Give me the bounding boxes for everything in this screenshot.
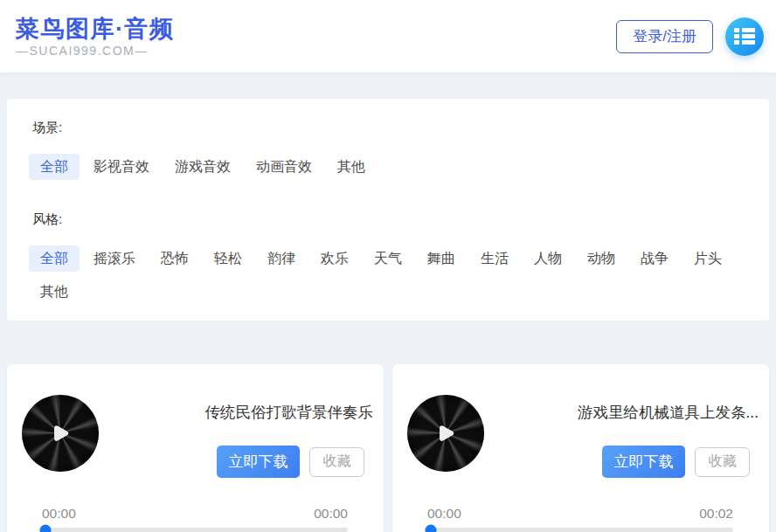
audio-actions: 立即下载 收藏 <box>217 446 364 478</box>
page: 菜鸟图库·音频 —SUCAI999.COM— 登录/注册 场景: 全部影视音效游… <box>0 0 776 532</box>
audio-card: 传统民俗打歌背景伴奏乐 立即下载 收藏 00:00 00:00 <box>7 364 384 532</box>
filter-option[interactable]: 其他 <box>29 279 80 305</box>
favorite-button[interactable]: 收藏 <box>309 447 364 477</box>
play-icon <box>44 417 77 450</box>
header: 菜鸟图库·音频 —SUCAI999.COM— 登录/注册 <box>0 0 776 73</box>
filter-option[interactable]: 生活 <box>469 245 520 272</box>
progress-bar[interactable] <box>427 528 733 532</box>
audio-card-list: 传统民俗打歌背景伴奏乐 立即下载 收藏 00:00 00:00 <box>7 364 769 532</box>
logo-title: 菜鸟图库·音频 <box>16 16 175 42</box>
login-register-button[interactable]: 登录/注册 <box>616 20 713 53</box>
audio-card-info: 传统民俗打歌背景伴奏乐 立即下载 收藏 <box>99 395 364 478</box>
filter-options: 全部摇滚乐恐怖轻松韵律欢乐天气舞曲生活人物动物战争片头其他 <box>29 245 747 305</box>
filter-group: 风格: 全部摇滚乐恐怖轻松韵律欢乐天气舞曲生活人物动物战争片头其他 <box>29 211 747 305</box>
audio-card-top: 传统民俗打歌背景伴奏乐 立即下载 收藏 <box>7 364 384 478</box>
filter-option[interactable]: 游戏音效 <box>163 154 242 180</box>
header-actions: 登录/注册 <box>616 17 764 56</box>
favorite-button[interactable]: 收藏 <box>695 447 750 477</box>
filter-option[interactable]: 战争 <box>629 245 680 272</box>
current-time: 00:00 <box>427 506 461 522</box>
filter-group: 场景: 全部影视音效游戏音效动画音效其他 <box>29 120 747 180</box>
audio-player: 00:00 00:02 <box>427 506 733 532</box>
filter-option[interactable]: 舞曲 <box>416 245 467 272</box>
audio-title[interactable]: 传统民俗打歌背景伴奏乐 <box>205 402 374 423</box>
filter-group-label: 风格: <box>32 211 747 228</box>
download-button[interactable]: 立即下载 <box>217 446 300 478</box>
filter-option[interactable]: 人物 <box>523 245 573 272</box>
filter-options: 全部影视音效游戏音效动画音效其他 <box>29 154 747 180</box>
time-row: 00:00 00:00 <box>42 506 348 522</box>
play-icon <box>429 417 462 450</box>
filter-option[interactable]: 欢乐 <box>309 245 360 272</box>
filter-option[interactable]: 韵律 <box>256 245 307 272</box>
time-row: 00:00 00:02 <box>427 506 733 522</box>
filter-option[interactable]: 全部 <box>29 154 80 180</box>
menu-button[interactable] <box>725 17 764 56</box>
filter-option[interactable]: 轻松 <box>203 245 253 272</box>
filter-group-label: 场景: <box>32 120 747 136</box>
filter-option[interactable]: 动物 <box>576 245 627 272</box>
audio-card: 游戏里给机械道具上发条... 立即下载 收藏 00:00 00:02 <box>392 364 769 532</box>
audio-card-info: 游戏里给机械道具上发条... 立即下载 收藏 <box>484 395 750 478</box>
download-button[interactable]: 立即下载 <box>602 446 685 478</box>
audio-title[interactable]: 游戏里给机械道具上发条... <box>578 402 759 423</box>
progress-thumb[interactable] <box>425 524 436 532</box>
duration: 00:02 <box>699 506 733 522</box>
progress-bar[interactable] <box>42 528 348 532</box>
vinyl-play-button[interactable] <box>22 395 99 472</box>
vinyl-play-button[interactable] <box>407 395 484 472</box>
filter-option[interactable]: 其他 <box>326 154 377 180</box>
filter-option[interactable]: 影视音效 <box>82 154 161 180</box>
progress-thumb[interactable] <box>39 524 51 532</box>
filter-panel: 场景: 全部影视音效游戏音效动画音效其他 风格: 全部摇滚乐恐怖轻松韵律欢乐天气… <box>7 99 769 321</box>
site-logo[interactable]: 菜鸟图库·音频 —SUCAI999.COM— <box>16 16 175 58</box>
audio-actions: 立即下载 收藏 <box>602 446 750 478</box>
duration: 00:00 <box>314 506 348 522</box>
list-menu-icon <box>734 28 755 45</box>
audio-card-top: 游戏里给机械道具上发条... 立即下载 收藏 <box>392 364 769 478</box>
logo-subtitle: —SUCAI999.COM— <box>16 44 175 58</box>
filter-option[interactable]: 动画音效 <box>245 154 323 180</box>
audio-player: 00:00 00:00 <box>42 506 348 532</box>
filter-option[interactable]: 全部 <box>29 245 80 272</box>
filter-option[interactable]: 摇滚乐 <box>82 245 147 272</box>
current-time: 00:00 <box>42 506 76 522</box>
filter-option[interactable]: 天气 <box>363 245 413 272</box>
filter-option[interactable]: 恐怖 <box>149 245 200 272</box>
filter-option[interactable]: 片头 <box>682 245 733 272</box>
